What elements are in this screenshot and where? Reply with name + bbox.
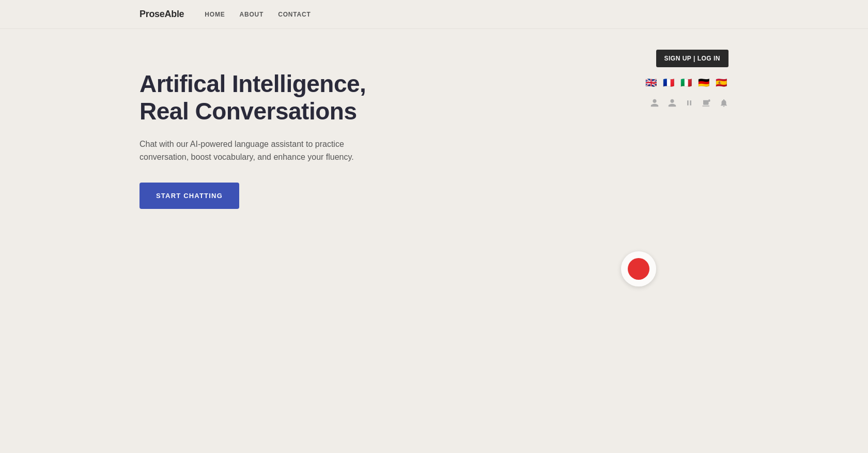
person-icon-2[interactable] <box>668 98 677 110</box>
record-button-dot <box>628 258 649 280</box>
start-chatting-button[interactable]: START CHATTING <box>140 183 239 209</box>
nav-contact[interactable]: CONTACT <box>278 11 311 18</box>
flag-italian[interactable]: 🇮🇹 <box>679 78 693 88</box>
record-button[interactable] <box>621 251 656 286</box>
nav-home[interactable]: HOME <box>205 11 225 18</box>
language-flags: 🇬🇧 🇫🇷 🇮🇹 🇩🇪 🇪🇸 <box>644 78 729 88</box>
flag-spanish[interactable]: 🇪🇸 <box>714 78 729 88</box>
flag-german[interactable]: 🇩🇪 <box>696 78 711 88</box>
pause-icon[interactable] <box>685 98 693 110</box>
hero-title: Artifical Intelligence, Real Conversatio… <box>140 70 408 125</box>
main-content: Artifical Intelligence, Real Conversatio… <box>0 29 868 209</box>
signup-login-button[interactable]: SIGN UP | LOG IN <box>656 50 729 67</box>
record-button-container <box>621 251 656 286</box>
hero-subtitle: Chat with our AI-powered language assist… <box>140 138 377 164</box>
person-icon[interactable] <box>650 98 659 110</box>
hero-section: Artifical Intelligence, Real Conversatio… <box>140 70 408 209</box>
flag-english[interactable]: 🇬🇧 <box>644 78 658 88</box>
coffee-icon[interactable] <box>702 98 711 110</box>
navbar: ProseAble HOME ABOUT CONTACT <box>0 0 868 29</box>
flag-french[interactable]: 🇫🇷 <box>661 78 676 88</box>
nav-links: HOME ABOUT CONTACT <box>205 11 311 18</box>
nav-about[interactable]: ABOUT <box>240 11 264 18</box>
brand-name[interactable]: ProseAble <box>140 9 184 20</box>
bell-icon[interactable] <box>719 98 729 110</box>
icons-row <box>650 98 729 110</box>
right-panel: SIGN UP | LOG IN 🇬🇧 🇫🇷 🇮🇹 🇩🇪 🇪🇸 <box>644 50 729 110</box>
